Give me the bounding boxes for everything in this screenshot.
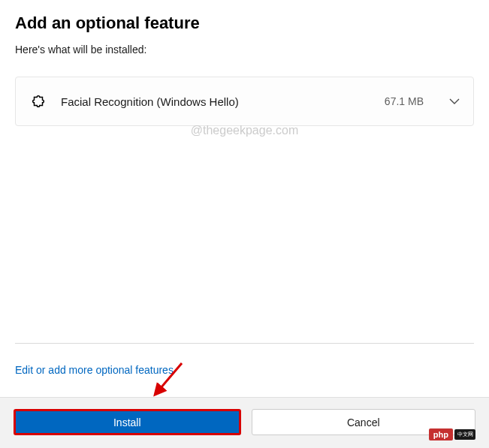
feature-size: 67.1 MB (385, 95, 424, 107)
feature-list: Facial Recognition (Windows Hello) 67.1 … (15, 77, 474, 126)
feature-name: Facial Recognition (Windows Hello) (61, 95, 371, 108)
dialog-footer: Install Cancel php 中文网 (0, 397, 489, 448)
puzzle-icon (29, 92, 47, 110)
chevron-down-icon (449, 96, 460, 107)
edit-features-link[interactable]: Edit or add more optional features (15, 364, 174, 376)
page-title: Add an optional feature (15, 14, 474, 33)
cancel-button[interactable]: Cancel (252, 409, 476, 435)
divider (15, 343, 474, 344)
install-button[interactable]: Install (14, 409, 241, 435)
install-subtitle: Here's what will be installed: (15, 44, 474, 56)
feature-item[interactable]: Facial Recognition (Windows Hello) 67.1 … (16, 77, 473, 125)
